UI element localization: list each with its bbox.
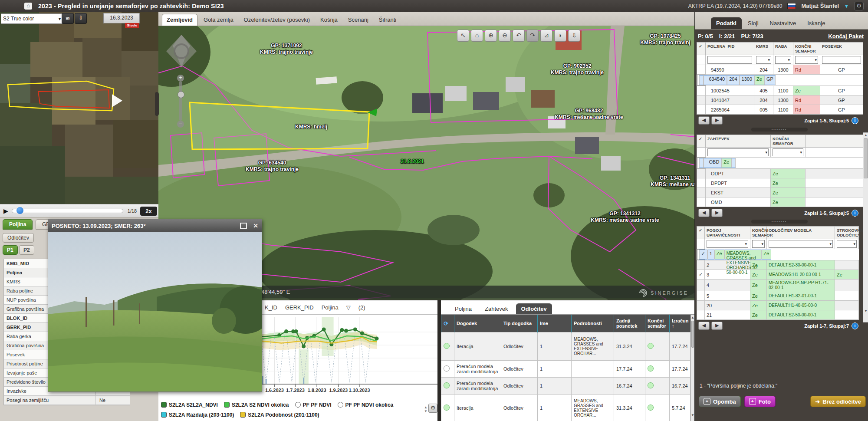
decision-row[interactable]: IteracijaOdločitev1MEADOWS, GRASSES and … — [441, 332, 690, 360]
previous-extent-icon[interactable]: ↶ — [513, 30, 525, 42]
table-row[interactable]: 20ZeDEFAULT:H1-40-05-00-0 — [697, 301, 859, 310]
next-extent-icon[interactable]: ↷ — [526, 30, 539, 42]
filter-select[interactable]: ▾ — [752, 240, 765, 248]
table-row[interactable]: 4ZeMEADOWS-GP-NP-PP:H1-71-02-00-1 — [697, 280, 859, 291]
table-row[interactable]: DPDPTZe — [697, 178, 863, 188]
compass-rose[interactable] — [166, 35, 197, 69]
swipe-tool-icon[interactable]: ◗ — [554, 30, 566, 42]
zoom-slider-handle[interactable] — [178, 91, 184, 98]
speed-button[interactable]: 2x — [140, 207, 157, 216]
zoom-home-icon[interactable]: ⌂ — [471, 30, 483, 42]
legend-item[interactable]: S2L2A Podobnost (201-1100) — [240, 412, 319, 418]
filter-select[interactable]: ▾ — [837, 240, 857, 248]
filter-select[interactable]: ▾ — [795, 56, 818, 64]
user-menu-chevron-down-icon[interactable]: ▼ — [844, 3, 849, 9]
maximize-icon[interactable] — [240, 223, 247, 229]
filter-select[interactable]: ▾ — [769, 240, 833, 248]
decision-tab-zahtevek[interactable]: Zahtevek — [480, 303, 513, 314]
map-tab-gola-zemlja[interactable]: Gola zemlja — [199, 14, 238, 26]
no-decision-button[interactable]: ➜Brez odločitve — [810, 396, 866, 407]
info-icon[interactable]: i — [852, 210, 858, 217]
home-icon[interactable]: ⌂ — [24, 3, 32, 10]
chart-header-poljina[interactable]: Poljina — [322, 304, 339, 311]
tab-iskanje[interactable]: Iskanje — [802, 17, 830, 29]
zoom-slider-track[interactable] — [179, 82, 182, 121]
panel-drag-handle[interactable] — [155, 92, 159, 116]
table-row[interactable]: OMDZe — [697, 197, 863, 207]
table-row[interactable]: EKSTZe — [697, 188, 863, 197]
select-tool-icon[interactable]: ↖ — [457, 30, 469, 42]
decision-row[interactable]: IteracijaOdločitev1MEADOWS, GRASSES and … — [441, 394, 690, 421]
table-row[interactable]: 943902041300RdGP — [697, 65, 863, 75]
page-prev-icon[interactable]: ◀ — [698, 209, 710, 217]
filter-select[interactable]: ▾ — [707, 148, 769, 156]
table-row[interactable]: 6345402041300ZeGP — [697, 75, 706, 86]
legend-item[interactable]: PF PF NDVI okolica — [338, 402, 394, 408]
close-icon[interactable]: ✕ — [253, 222, 258, 229]
map-zoom-slider[interactable]: + − — [177, 75, 184, 127]
logout-power-icon[interactable]: ⏻ — [854, 2, 864, 10]
tab-podatki[interactable]: Podatki — [711, 17, 742, 29]
chart-header-blok-id[interactable]: K_ID — [265, 304, 277, 311]
chart-header-gerk-pid[interactable]: GERK_PID — [285, 304, 314, 311]
page-next-icon[interactable]: ▶ — [711, 322, 723, 330]
page-next-icon[interactable]: ▶ — [711, 209, 723, 217]
zoom-slider-plus-icon[interactable]: + — [177, 75, 184, 82]
filter-select[interactable]: ▾ — [775, 56, 791, 64]
page-next-icon[interactable]: ▶ — [711, 116, 723, 125]
scroll-up-icon[interactable]: ▲ — [863, 133, 868, 138]
layer-select[interactable]: S2 True color▾ — [1, 13, 63, 24]
play-icon[interactable]: ▶ — [3, 207, 8, 214]
table-row[interactable]: OBDZe — [697, 158, 706, 168]
export-tool-icon[interactable]: ⇩ — [568, 30, 580, 42]
right-panel-scrollbar[interactable]: ▲ ▼ — [863, 132, 868, 322]
table-row[interactable]: ✓3ZeMEADOWS:H1-20-03-00-1Ze — [697, 270, 859, 280]
table-row[interactable]: 10410472041300RdGP — [697, 95, 863, 105]
tab-nastavitve[interactable]: Nastavitve — [765, 17, 802, 29]
decision-table-scrollbar[interactable]: ▲ ▼ — [690, 315, 694, 421]
legend-item[interactable]: PF PF NDVI — [295, 402, 332, 408]
timeline-slider[interactable] — [12, 209, 123, 213]
decision-tab-odločitev[interactable]: Odločitev — [516, 303, 552, 314]
table-row[interactable]: 22650640051100RdGP — [697, 105, 863, 115]
scroll-down-icon[interactable]: ▼ — [691, 413, 694, 418]
user-name[interactable]: Matjaž Štanfel — [801, 3, 839, 9]
slider-knob[interactable] — [16, 207, 23, 214]
tab-sloji[interactable]: Sloji — [743, 17, 764, 29]
map-tab-scenarij[interactable]: Scenarij — [344, 14, 373, 26]
legend-item[interactable]: S2L2A Razdalja (203-1100) — [161, 412, 234, 418]
info-icon[interactable]: i — [852, 322, 858, 329]
field-row[interactable]: Posegi na zemljiščuNe — [4, 396, 130, 405]
map-tab-ko-nja[interactable]: Košnja — [316, 14, 342, 26]
map-tab-ozelenitev-etev-posevki-[interactable]: Ozelenitev/žetev (posevki) — [240, 14, 314, 26]
table-row[interactable]: ✓1ZeMEADOWS, GRASSES and EXTENSIVE ORCHA… — [697, 249, 705, 260]
page-prev-icon[interactable]: ◀ — [698, 116, 710, 125]
zoom-slider-minus-icon[interactable]: − — [177, 121, 184, 128]
scroll-up-icon[interactable]: ▲ — [691, 315, 694, 320]
p2-button[interactable]: P2 — [19, 245, 34, 255]
table-row[interactable]: 21ZeDEFAULT:S2-50-00-00-1 — [697, 310, 859, 320]
finish-package-button[interactable]: Končaj Paket — [828, 33, 864, 39]
zoom-in-icon[interactable]: ⊕ — [485, 30, 497, 42]
legend-item[interactable]: S2L2A S2 NDVI okolica — [224, 402, 289, 408]
scroll-down-icon[interactable]: ▼ — [863, 309, 868, 314]
decision-tab-poljina[interactable]: Poljina — [450, 303, 477, 314]
decision-row[interactable]: Preračun modela zaradi modifikatorjaOdlo… — [441, 377, 690, 394]
map-tab-zemljevid[interactable]: Zemljevid — [162, 14, 197, 26]
drag-handle[interactable]: •••••••• — [751, 220, 808, 224]
tab-poljina[interactable]: Poljina — [3, 219, 33, 230]
drag-handle[interactable]: •••••••• — [751, 128, 808, 132]
map-tab--ifranti[interactable]: Šifranti — [375, 14, 401, 26]
zoom-out-icon[interactable]: ⊖ — [499, 30, 511, 42]
chart-settings-gear-icon[interactable]: ⚙ — [428, 404, 437, 413]
table-row[interactable]: ODPTZe — [697, 169, 863, 178]
photo-popup-title-bar[interactable]: POSNETO: 13.09.2023; SMER: 263° ✕ — [48, 220, 262, 232]
table-row[interactable]: 10025454051100ZeGP — [697, 86, 863, 95]
add-photo-button[interactable]: +Foto — [744, 396, 776, 407]
layers-icon[interactable]: ≋ — [62, 13, 74, 24]
legend-scroll-arrows[interactable]: ▲▼ — [424, 405, 427, 413]
filter-icon[interactable]: ▽ — [346, 304, 351, 311]
date-button[interactable]: 16.3.2023 — [103, 13, 140, 23]
filter-select[interactable]: ▾ — [756, 56, 771, 64]
download-icon[interactable]: ⇩ — [75, 13, 87, 24]
